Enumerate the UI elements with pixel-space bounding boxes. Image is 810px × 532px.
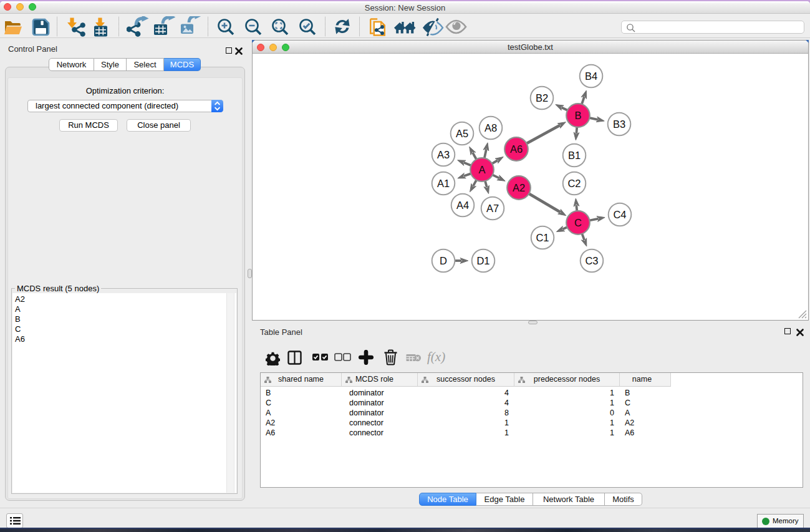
- svg-text:C2: C2: [567, 178, 581, 189]
- svg-text:A3: A3: [437, 149, 450, 160]
- svg-text:A4: A4: [456, 200, 469, 211]
- svg-text:A5: A5: [456, 128, 468, 139]
- svg-text:A2: A2: [513, 182, 525, 193]
- svg-text:A7: A7: [486, 203, 499, 214]
- svg-text:A1: A1: [437, 178, 450, 189]
- svg-text:D1: D1: [476, 255, 489, 266]
- svg-text:C1: C1: [536, 232, 549, 243]
- svg-text:A6: A6: [510, 143, 523, 155]
- svg-text:B: B: [574, 110, 581, 121]
- svg-text:C: C: [574, 217, 582, 228]
- svg-text:A8: A8: [485, 122, 497, 133]
- svg-text:B3: B3: [613, 118, 625, 130]
- svg-text:B1: B1: [568, 150, 581, 161]
- svg-text:B4: B4: [585, 70, 597, 82]
- svg-text:B2: B2: [536, 92, 548, 104]
- svg-text:C4: C4: [613, 209, 626, 220]
- svg-text:D: D: [440, 255, 447, 266]
- svg-text:A: A: [478, 164, 485, 175]
- svg-text:C3: C3: [585, 255, 598, 266]
